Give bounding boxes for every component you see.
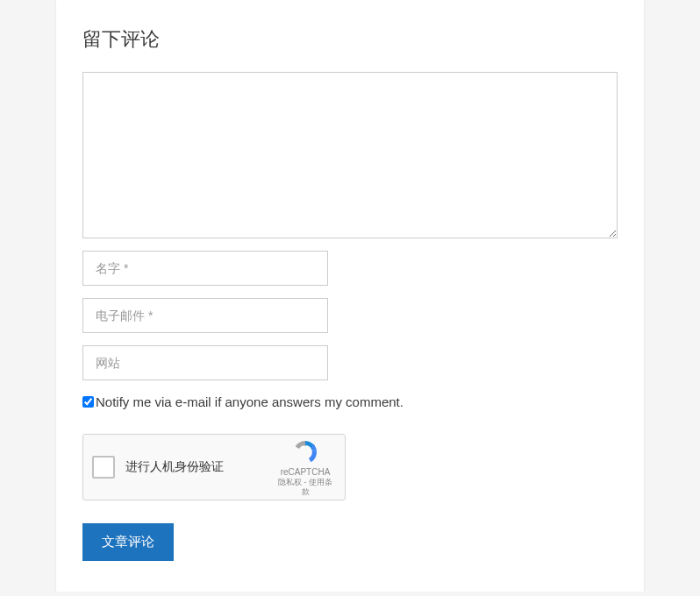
submit-button[interactable]: 文章评论 xyxy=(82,523,174,561)
recaptcha-terms-text: 隐私权 - 使用条款 xyxy=(275,478,336,497)
recaptcha-brand-text: reCAPTCHA xyxy=(281,467,331,478)
name-input[interactable] xyxy=(82,251,328,286)
recaptcha-label: 进行人机身份验证 xyxy=(125,459,275,475)
comment-textarea[interactable] xyxy=(82,72,618,238)
email-input[interactable] xyxy=(82,298,328,333)
website-input[interactable] xyxy=(82,345,328,380)
comment-form-card: 留下评论 Notify me via e-mail if anyone answ… xyxy=(56,0,644,592)
recaptcha-branding: reCAPTCHA 隐私权 - 使用条款 xyxy=(275,438,336,497)
notify-checkbox[interactable] xyxy=(82,396,94,408)
recaptcha-checkbox[interactable] xyxy=(92,456,115,479)
recaptcha-icon xyxy=(291,438,319,466)
notify-row: Notify me via e-mail if anyone answers m… xyxy=(82,394,618,409)
form-heading: 留下评论 xyxy=(82,26,618,53)
notify-label: Notify me via e-mail if anyone answers m… xyxy=(96,394,404,409)
recaptcha-widget: 进行人机身份验证 reCAPTCHA 隐私权 - 使用条款 xyxy=(82,434,346,500)
